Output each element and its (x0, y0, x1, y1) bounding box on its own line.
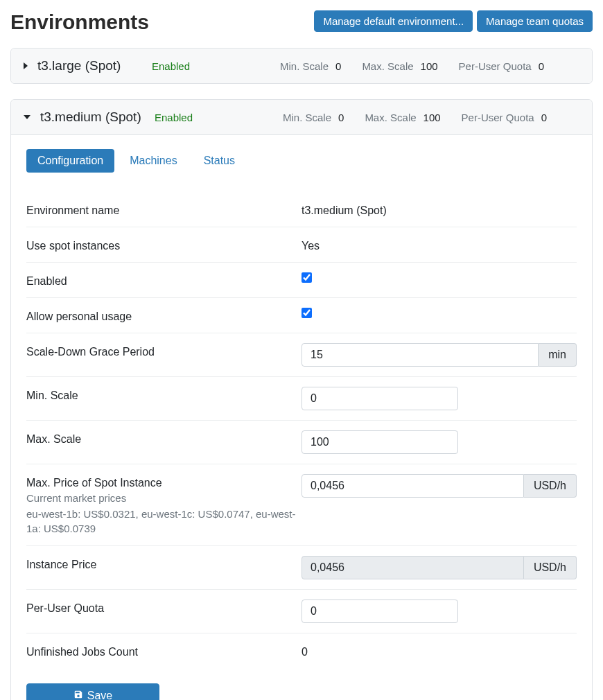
environment-card-collapsed: t3.large (Spot) Enabled Min. Scale 0 Max… (10, 48, 593, 84)
label-environment-name: Environment name (26, 202, 302, 217)
header-actions: Manage default environment... Manage tea… (314, 10, 593, 32)
per-user-quota-value: 0 (539, 60, 544, 72)
save-button-label: Save (87, 690, 112, 700)
max-price-unit: USD/h (524, 474, 577, 498)
environment-card-expanded: t3.medium (Spot) Enabled Min. Scale 0 Ma… (10, 99, 593, 700)
manage-default-environment-button[interactable]: Manage default environment... (314, 10, 473, 32)
page-title: Environments (10, 10, 149, 34)
save-icon (73, 690, 83, 700)
environment-name: t3.medium (Spot) (40, 110, 155, 125)
environment-status: Enabled (152, 60, 280, 72)
row-max-scale: Max. Scale (26, 421, 577, 464)
environment-status: Enabled (155, 112, 283, 123)
row-enabled: Enabled (26, 263, 577, 298)
value-use-spot: Yes (302, 237, 577, 252)
label-use-spot: Use spot instances (26, 237, 302, 252)
row-instance-price: Instance Price USD/h (26, 546, 577, 590)
label-max-scale: Max. Scale (26, 430, 302, 446)
tab-machines[interactable]: Machines (119, 149, 188, 173)
row-grace-period: Scale-Down Grace Period min (26, 333, 577, 377)
environment-header[interactable]: t3.medium (Spot) Enabled Min. Scale 0 Ma… (11, 100, 592, 135)
per-user-quota-label: Per-User Quota (459, 60, 532, 72)
max-scale-value: 100 (423, 112, 441, 123)
caret-right-icon (24, 62, 28, 69)
label-allow-personal: Allow personal usage (26, 308, 302, 323)
min-scale-label: Min. Scale (283, 112, 331, 123)
per-user-quota-label: Per-User Quota (462, 112, 534, 123)
tab-configuration[interactable]: Configuration (26, 149, 114, 173)
market-prices-detail: eu-west-1b: US$0.0321, eu-west-1c: US$0.… (26, 507, 302, 536)
row-max-price: Max. Price of Spot Instance Current mark… (26, 464, 577, 546)
row-environment-name: Environment name t3.medium (Spot) (26, 192, 577, 227)
value-unfinished-jobs: 0 (302, 643, 577, 658)
save-button[interactable]: Save (26, 683, 159, 700)
label-enabled: Enabled (26, 272, 302, 288)
row-per-user-quota: Per-User Quota (26, 590, 577, 633)
instance-price-unit: USD/h (524, 556, 577, 579)
caret-down-icon (24, 115, 30, 119)
label-unfinished-jobs: Unfinished Jobs Count (26, 643, 302, 658)
tabs: Configuration Machines Status (26, 149, 577, 173)
row-use-spot: Use spot instances Yes (26, 227, 577, 263)
label-per-user-quota: Per-User Quota (26, 600, 302, 615)
max-scale-label: Max. Scale (362, 60, 413, 72)
environment-body: Configuration Machines Status Environmen… (11, 135, 592, 700)
min-scale-label: Min. Scale (280, 60, 329, 72)
min-scale-value: 0 (335, 60, 341, 72)
enabled-checkbox[interactable] (302, 272, 312, 283)
environment-header[interactable]: t3.large (Spot) Enabled Min. Scale 0 Max… (11, 49, 592, 83)
environment-name: t3.large (Spot) (37, 58, 152, 73)
row-min-scale: Min. Scale (26, 377, 577, 421)
max-scale-label: Max. Scale (365, 112, 416, 123)
grace-period-unit: min (539, 343, 577, 367)
grace-period-input[interactable] (302, 343, 539, 367)
label-max-price-text: Max. Price of Spot Instance (26, 477, 302, 489)
label-grace-period: Scale-Down Grace Period (26, 343, 302, 358)
row-allow-personal: Allow personal usage (26, 298, 577, 333)
per-user-quota-value: 0 (541, 112, 547, 123)
max-scale-input[interactable] (302, 430, 458, 454)
row-unfinished-jobs: Unfinished Jobs Count 0 (26, 633, 577, 668)
label-instance-price: Instance Price (26, 556, 302, 571)
max-scale-value: 100 (421, 60, 438, 72)
label-max-price: Max. Price of Spot Instance Current mark… (26, 474, 302, 536)
max-price-input[interactable] (302, 474, 524, 498)
allow-personal-checkbox[interactable] (302, 308, 312, 318)
tab-status[interactable]: Status (193, 149, 246, 173)
manage-team-quotas-button[interactable]: Manage team quotas (477, 10, 593, 32)
label-min-scale: Min. Scale (26, 387, 302, 402)
per-user-quota-input[interactable] (302, 600, 458, 623)
min-scale-value: 0 (338, 112, 344, 123)
min-scale-input[interactable] (302, 387, 458, 410)
instance-price-input (302, 556, 524, 579)
market-prices-title: Current market prices (26, 491, 302, 505)
value-environment-name: t3.medium (Spot) (302, 202, 577, 217)
